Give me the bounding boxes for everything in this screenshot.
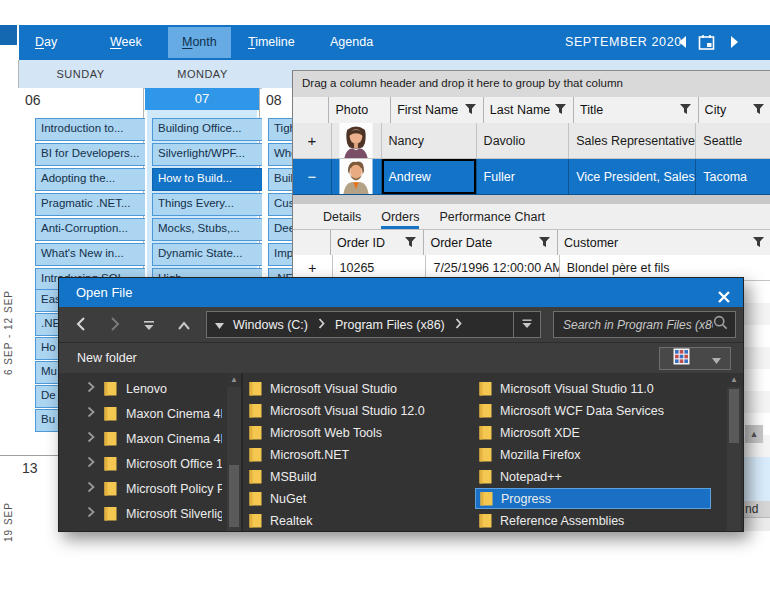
back-button[interactable]: [75, 316, 87, 336]
cell-title[interactable]: Sales Representative: [569, 123, 696, 159]
event[interactable]: Mocks, Stubs,...: [152, 218, 264, 241]
event[interactable]: BI for Developers...: [35, 143, 153, 166]
chevron-right-icon[interactable]: [87, 481, 95, 496]
event[interactable]: Silverlight/WPF...: [152, 143, 264, 166]
chevron-right-icon[interactable]: [87, 406, 95, 421]
breadcrumb-drive[interactable]: Windows (C:): [233, 318, 308, 332]
tree-item[interactable]: Microsoft Office 1: [59, 451, 227, 476]
file-item[interactable]: Mozilla Firefox: [475, 444, 711, 465]
horizontal-scrollbar[interactable]: [293, 195, 770, 204]
last-name-column-header[interactable]: Last Name: [484, 97, 574, 123]
dialog-title-bar[interactable]: Open File: [59, 278, 743, 307]
up-button[interactable]: [177, 318, 191, 336]
first-name-column-header[interactable]: First Name: [391, 97, 484, 123]
scrollbar-up-button[interactable]: ▲: [727, 373, 741, 387]
prev-month-button[interactable]: [677, 35, 687, 53]
event[interactable]: Anti-Corruption...: [35, 218, 153, 241]
chevron-right-icon[interactable]: [87, 506, 95, 521]
tree-item[interactable]: Maxon Cinema 4D: [59, 426, 227, 451]
cell-last-name[interactable]: Fuller: [477, 159, 570, 195]
city-column-header[interactable]: City: [699, 97, 770, 123]
tab-month[interactable]: Month: [168, 27, 231, 58]
file-item[interactable]: MSBuild: [245, 466, 471, 487]
filter-icon[interactable]: [554, 103, 567, 118]
tab-day[interactable]: Day: [35, 25, 57, 60]
file-item[interactable]: Microsoft Visual Studio 12.0: [245, 400, 471, 421]
filter-icon[interactable]: [679, 103, 692, 118]
cell-first-name[interactable]: Nancy: [382, 123, 477, 159]
filter-icon[interactable]: [538, 236, 551, 251]
filter-icon[interactable]: [752, 103, 765, 118]
customer-column-header[interactable]: Customer: [558, 230, 770, 256]
file-item[interactable]: NuGet: [245, 488, 471, 509]
file-item-selected[interactable]: Progress: [475, 488, 711, 509]
search-input[interactable]: Search in Program Files (x86): [553, 311, 736, 338]
group-by-panel[interactable]: Drag a column header and drop it here to…: [293, 71, 770, 98]
tree-item[interactable]: Lenovo: [59, 376, 227, 401]
scrollbar-up-button[interactable]: ▲: [227, 373, 241, 387]
scrollbar-up-button[interactable]: ▲: [745, 425, 763, 443]
file-item[interactable]: Microsoft XDE: [475, 422, 711, 443]
row-expand-button[interactable]: +: [293, 123, 332, 159]
order-id-column-header[interactable]: Order ID: [331, 230, 424, 256]
table-row-andrew-selected[interactable]: − Andrew Fuller Vice President, Sales Ta…: [293, 159, 770, 195]
cell-first-name-focused[interactable]: Andrew: [382, 159, 477, 195]
scrollbar-thumb[interactable]: [729, 389, 739, 443]
cell-last-name[interactable]: Davolio: [477, 123, 570, 159]
event[interactable]: Building Office...: [152, 118, 264, 141]
filter-icon[interactable]: [752, 236, 765, 251]
file-item[interactable]: Realtek: [245, 510, 471, 531]
view-mode-button[interactable]: [659, 347, 731, 370]
filter-icon[interactable]: [404, 236, 417, 251]
tab-orders-selected[interactable]: Orders: [381, 210, 419, 229]
table-row-nancy[interactable]: + Nancy Davolio Sales Representative Sea…: [293, 123, 770, 159]
file-item[interactable]: Microsoft WCF Data Services: [475, 400, 711, 421]
tree-item[interactable]: Maxon Cinema 4D: [59, 401, 227, 426]
cell-title[interactable]: Vice President, Sales: [569, 159, 696, 195]
order-date-column-header[interactable]: Order Date: [424, 230, 558, 256]
file-item[interactable]: Reference Assemblies: [475, 510, 711, 531]
event[interactable]: Dynamic State...: [152, 243, 264, 266]
tab-week[interactable]: Week: [110, 25, 142, 60]
row-collapse-button[interactable]: −: [293, 159, 332, 195]
file-list-scrollbar[interactable]: ▲: [727, 373, 741, 531]
file-item[interactable]: Microsoft Web Tools: [245, 422, 471, 443]
chevron-right-icon[interactable]: [87, 456, 95, 471]
tree-item[interactable]: Microsoft Policy Pl: [59, 476, 227, 501]
event[interactable]: Pragmatic .NET...: [35, 193, 153, 216]
file-item[interactable]: Microsoft Visual Studio 11.0: [475, 378, 711, 399]
tab-details[interactable]: Details: [323, 210, 361, 229]
event[interactable]: Introduction to...: [35, 118, 153, 141]
scrollbar-thumb[interactable]: [229, 465, 239, 527]
calendar-icon[interactable]: [698, 34, 715, 55]
tab-performance-chart[interactable]: Performance Chart: [439, 210, 545, 229]
photo-column-header[interactable]: Photo: [329, 97, 391, 123]
next-month-button[interactable]: [730, 35, 740, 53]
forward-button[interactable]: [109, 316, 121, 336]
cell-city[interactable]: Tacoma: [696, 159, 770, 195]
tab-agenda[interactable]: Agenda: [330, 25, 373, 60]
breadcrumb-folder[interactable]: Program Files (x86): [335, 318, 445, 332]
file-item[interactable]: Notepad++: [475, 466, 711, 487]
file-item[interactable]: Microsoft.NET: [245, 444, 471, 465]
new-folder-button[interactable]: New folder: [77, 343, 137, 373]
chevron-right-icon[interactable]: [87, 381, 95, 396]
event[interactable]: What's New in...: [35, 243, 153, 266]
tree-item[interactable]: Microsoft Silverlig: [59, 501, 227, 526]
chevron-right-icon[interactable]: [87, 431, 95, 446]
file-item[interactable]: Microsoft Visual Studio: [245, 378, 471, 399]
tab-timeline[interactable]: Timeline: [248, 25, 295, 60]
event[interactable]: Adopting the...: [35, 168, 153, 191]
cell-city[interactable]: Seattle: [696, 123, 770, 159]
history-dropdown-icon[interactable]: [143, 318, 155, 336]
tree-scrollbar[interactable]: ▲: [227, 373, 241, 531]
breadcrumb-dropdown-button[interactable]: [513, 312, 540, 337]
filter-icon[interactable]: [464, 103, 477, 118]
breadcrumb-bar[interactable]: Windows (C:) Program Files (x86): [206, 311, 541, 338]
tree-item[interactable]: Microsoft SQL S: [59, 526, 227, 531]
event[interactable]: Things Every...: [152, 193, 264, 216]
event-selected[interactable]: How to Build...: [152, 168, 264, 191]
search-icon[interactable]: [713, 315, 735, 334]
title-column-header[interactable]: Title: [574, 97, 699, 123]
caret-down-icon[interactable]: [215, 318, 224, 332]
